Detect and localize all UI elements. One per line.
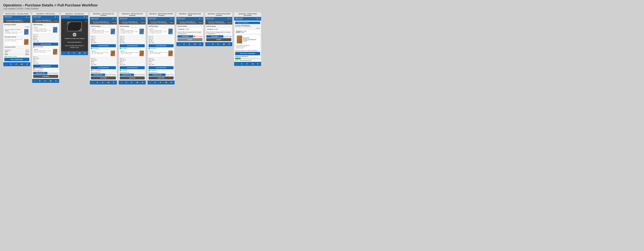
search-icon-9[interactable]: 🔍 bbox=[256, 18, 258, 20]
account-nav-9: Adrian Bellom - Acct #6758393334 bbox=[235, 26, 260, 27]
bin-id-link-6[interactable]: #77584 bbox=[170, 74, 174, 75]
home-icon-9[interactable]: ⌂ bbox=[236, 63, 238, 65]
list-icon-9[interactable]: ☰ bbox=[241, 63, 242, 65]
search-icon-2[interactable]: 🔍 bbox=[55, 16, 56, 18]
menu-icon-2[interactable]: ≡ bbox=[57, 16, 58, 18]
next-pull-btn-9[interactable]: NEXT PULL PURCHASE bbox=[235, 52, 260, 55]
gear-icon-2[interactable]: ⚙ bbox=[55, 80, 57, 82]
continue-btn-4[interactable]: CONTINUE bbox=[91, 76, 116, 80]
search-icon-8[interactable]: 🔍 bbox=[228, 18, 230, 20]
search-icon-7[interactable]: 🔍 bbox=[199, 18, 201, 20]
scan-btn-6-2[interactable]: SCAN BARCODE bbox=[148, 66, 174, 69]
scan-shelf-btn-7[interactable]: SCAN SHELF bbox=[178, 35, 193, 38]
gear-icon-7[interactable]: ⚙ bbox=[200, 43, 201, 45]
list-icon-5[interactable]: ☰ bbox=[126, 82, 127, 84]
back-icon-6[interactable]: ← bbox=[148, 22, 150, 24]
menu-icon-1[interactable]: ≡ bbox=[28, 16, 29, 18]
search-icon-4[interactable]: 🔍 bbox=[112, 18, 114, 20]
heritage-header-4: HERITAGE AUCTIONS 🔍 ≡ bbox=[90, 17, 117, 21]
scan-barcode-btn-2-2[interactable]: SCAN BARCODE bbox=[33, 64, 58, 68]
truck-icon-3[interactable]: 🚚 bbox=[78, 52, 80, 54]
gear-icon-6[interactable]: ⚙ bbox=[170, 82, 172, 84]
truck-icon-2[interactable]: 🚚 bbox=[50, 80, 52, 82]
back-icon-5[interactable]: ← bbox=[120, 22, 121, 24]
back-icon-8[interactable]: ← bbox=[206, 22, 208, 24]
pull-bin-info-9: Pull Bin ID: #77584 bbox=[236, 46, 259, 47]
lightning-icon-8[interactable]: ⚡ bbox=[217, 43, 219, 45]
list-icon-3[interactable]: ☰ bbox=[68, 52, 70, 54]
gear-icon-8[interactable]: ⚙ bbox=[228, 43, 230, 45]
truck-icon-7[interactable]: 🚚 bbox=[194, 43, 196, 45]
list-icon-2[interactable]: ☰ bbox=[39, 80, 40, 82]
search-icon-1[interactable]: 🔍 bbox=[26, 16, 28, 18]
menu-icon-7[interactable]: ≡ bbox=[202, 18, 202, 20]
menu-icon-9[interactable]: ≡ bbox=[259, 18, 260, 20]
scan-btn-5-1[interactable]: SCAN BARCODE bbox=[120, 44, 145, 47]
back-icon-2[interactable]: ← bbox=[33, 20, 34, 22]
home-icon-8[interactable]: ⌂ bbox=[208, 43, 209, 45]
truck-icon-1[interactable]: 🚚 bbox=[21, 63, 23, 65]
scan-barcode-btn-2-1[interactable]: SCAN BARCODE bbox=[33, 43, 58, 46]
gear-icon-3[interactable]: ⚙ bbox=[84, 52, 86, 54]
pull-purchase-button[interactable]: PULL PURCHASE bbox=[4, 58, 29, 61]
truck-icon-9[interactable]: 🚚 bbox=[252, 63, 254, 65]
scan-pull-bin-btn-4[interactable]: SCAN PULL BIN bbox=[91, 74, 105, 76]
menu-icon-5[interactable]: ≡ bbox=[144, 18, 145, 20]
search-icon-3[interactable]: 🔍 bbox=[84, 16, 86, 18]
home-icon-6[interactable]: ⌂ bbox=[150, 82, 151, 84]
lightning-icon-6[interactable]: ⚡ bbox=[159, 82, 162, 84]
back-to-worklist-btn[interactable]: ← BACK TO WORKLIST bbox=[235, 22, 260, 24]
list-icon-6[interactable]: ☰ bbox=[154, 82, 156, 84]
scan-btn-4-2[interactable]: SCAN BARCODE bbox=[91, 66, 116, 69]
menu-icon-3[interactable]: ≡ bbox=[86, 16, 87, 18]
submit-btn-8[interactable]: SUBMIT bbox=[206, 38, 231, 41]
back-icon-7[interactable]: ← bbox=[178, 22, 179, 24]
scan-btn-6-1[interactable]: SCAN BARCODE bbox=[148, 44, 174, 47]
truck-icon-5[interactable]: 🚚 bbox=[136, 82, 138, 84]
list-icon-7[interactable]: ☰ bbox=[183, 43, 185, 45]
continue-btn-6[interactable]: CONTINUE bbox=[148, 76, 174, 80]
truck-icon-6[interactable]: 🚚 bbox=[165, 82, 167, 84]
lightning-icon-2[interactable]: ⚡ bbox=[44, 80, 46, 82]
close-icon-3[interactable]: ✕ bbox=[85, 20, 87, 22]
home-icon-1[interactable]: ⌂ bbox=[6, 63, 7, 65]
back-icon-1[interactable]: ← bbox=[4, 20, 6, 22]
lightning-icon-5[interactable]: ⚡ bbox=[130, 82, 133, 84]
continue-btn-5[interactable]: CONTINUE bbox=[120, 76, 145, 80]
back-icon-4[interactable]: ← bbox=[91, 22, 92, 24]
gear-icon-9[interactable]: ⚙ bbox=[257, 63, 259, 65]
submit-btn-7[interactable]: SUBMIT bbox=[178, 38, 202, 41]
truck-icon-8[interactable]: 🚚 bbox=[223, 43, 225, 45]
list-icon-4[interactable]: ☰ bbox=[97, 82, 98, 84]
lightning-icon-1[interactable]: ⚡ bbox=[15, 63, 17, 65]
lightning-icon-7[interactable]: ⚡ bbox=[188, 43, 190, 45]
list-icon-1[interactable]: ☰ bbox=[10, 63, 12, 65]
scan-btn-5-2[interactable]: SCAN BARCODE bbox=[120, 66, 145, 69]
gear-icon-4[interactable]: ⚙ bbox=[113, 82, 114, 84]
camera-shutter-btn[interactable] bbox=[73, 33, 76, 36]
home-icon-3[interactable]: ⌂ bbox=[64, 52, 64, 54]
scan-pull-bin-btn-6[interactable]: SCAN PULL BIN bbox=[148, 74, 166, 76]
continue-btn-2[interactable]: CONTINUE bbox=[33, 75, 58, 78]
gear-icon-1[interactable]: ⚙ bbox=[26, 63, 28, 65]
scan-pull-bin-btn-2[interactable]: SCAN PULL BIN bbox=[33, 72, 48, 74]
gear-icon-5[interactable]: ⚙ bbox=[142, 82, 143, 84]
lightning-icon-9[interactable]: ⚡ bbox=[246, 63, 248, 65]
menu-icon-4[interactable]: ≡ bbox=[115, 18, 116, 20]
home-icon-2[interactable]: ⌂ bbox=[34, 80, 36, 82]
camera-screen-3: ✕ CAMERA ACTIVATED, FULL SCREEN SHOW GUI… bbox=[61, 19, 88, 51]
scan-pull-bin-btn-5[interactable]: SCAN PULL BIN bbox=[120, 74, 134, 76]
scan-shelf-btn-8[interactable]: SCAN SHELF bbox=[206, 35, 224, 38]
search-icon-6[interactable]: 🔍 bbox=[170, 18, 172, 20]
scan-btn-4-1[interactable]: SCAN BARCODE bbox=[91, 44, 116, 47]
home-icon-5[interactable]: ⌂ bbox=[121, 82, 122, 84]
search-icon-5[interactable]: 🔍 bbox=[141, 18, 143, 20]
truck-icon-4[interactable]: 🚚 bbox=[107, 82, 110, 84]
home-icon-4[interactable]: ⌂ bbox=[92, 82, 94, 84]
menu-icon-6[interactable]: ≡ bbox=[172, 18, 174, 20]
list-icon-8[interactable]: ☰ bbox=[212, 43, 214, 45]
lightning-icon-4[interactable]: ⚡ bbox=[102, 82, 104, 84]
home-icon-7[interactable]: ⌂ bbox=[179, 43, 180, 45]
lightning-icon-3[interactable]: ⚡ bbox=[73, 52, 75, 54]
menu-icon-8[interactable]: ≡ bbox=[230, 18, 231, 20]
